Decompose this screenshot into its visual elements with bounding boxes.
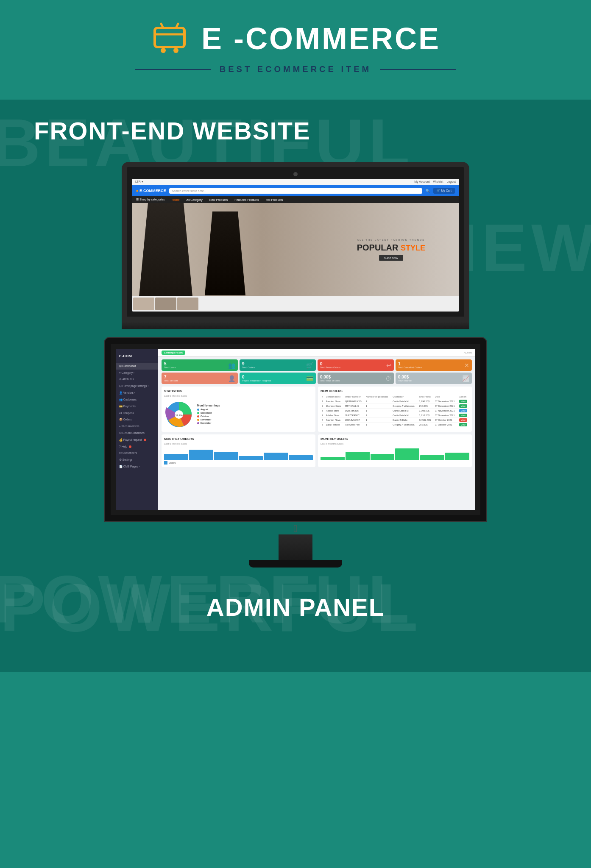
statistics-subtitle: Last 6 Months Sales [164, 395, 313, 397]
users-icon: 👥 [228, 362, 235, 369]
svg-text:31.4%: 31.4% [175, 414, 183, 417]
apple-logo-icon:  [105, 523, 486, 534]
vendor-icon: 👤 [228, 375, 235, 382]
hero-text-area: ALL THE LATEST FASHION TRENDS POPULAR ST… [357, 239, 425, 261]
col-num: # [321, 395, 325, 399]
admin-layout: E-COM ⊞ Dashboard ≡ Category › ⊕ Attribu… [116, 349, 475, 510]
bottom-panels: STATISTICS Last 6 Months Sales [162, 387, 472, 432]
view-btn-4[interactable]: View [459, 414, 467, 417]
view-btn-3[interactable]: View [459, 409, 467, 412]
menu-attributes[interactable]: ⊕ Attributes [116, 376, 158, 383]
menu-return-conditions[interactable]: ⚙ Return Conditions [116, 430, 158, 437]
table-row: 3 Adidas Store DWT33K8Z6 1 Curtis Estela… [321, 409, 469, 413]
site-header: ■ E-COMMERCE Search entire store here...… [132, 185, 459, 196]
statistics-panel: STATISTICS Last 6 Months Sales [162, 387, 315, 432]
hero-main-text: POPULAR STYLE [357, 243, 425, 253]
stat-cancelled: 1 Total Cancelled Orders ✕ [396, 359, 472, 371]
logo-area: E -COMMERCE [151, 21, 440, 56]
ubar-4 [395, 448, 419, 460]
menu-help[interactable]: ? Help [116, 443, 158, 450]
legend-november: November [197, 418, 220, 421]
menu-payout[interactable]: 💰 Payout request [116, 437, 158, 443]
admin-content: 5 Total Users 👥 9 Total Orders [158, 357, 475, 470]
view-btn-2[interactable]: View [459, 404, 467, 408]
subtitle-line-left [135, 69, 211, 70]
brand-title: E -COMMERCE [201, 21, 440, 56]
menu-subscribers[interactable]: ✉ Subscribers [116, 450, 158, 456]
stat-total-users: 5 Total Users 👥 [162, 359, 238, 371]
nav-new: New Products [209, 198, 228, 201]
cart-button: 🛒 My Cart [433, 188, 455, 194]
admin-brand: E-COM [116, 351, 158, 361]
ubar-5 [420, 455, 444, 460]
menu-homepage[interactable]: ⊡ Home page settings › [116, 383, 158, 389]
legend-september: September [197, 412, 220, 414]
view-btn-1[interactable]: View [459, 400, 467, 403]
legend-items: August September [197, 408, 220, 424]
menu-settings[interactable]: ⚙ Settings [116, 456, 158, 463]
monthly-orders-subtitle: Last 6 Months Sales [164, 442, 313, 445]
bar-4 [239, 456, 263, 460]
new-orders-title: NEW ORDERS [321, 389, 469, 393]
orders-legend-label: Orders [169, 462, 176, 464]
nav-categories: ☰ Shop by categories [136, 198, 165, 201]
thumbnail-row [132, 296, 459, 312]
return-icon: ↩ [386, 362, 391, 369]
header-section: E -COMMERCE BEST ECOMMERCE ITEM [0, 0, 591, 100]
monitor-stand-base [249, 560, 342, 568]
menu-category[interactable]: ≡ Category › [116, 370, 158, 376]
wishlist-link: Wishlist [433, 180, 443, 184]
monthly-orders-panel: MONTHLY ORDERS Last 6 Months Sales [162, 434, 315, 467]
monthly-orders-title: MONTHLY ORDERS [164, 437, 313, 441]
admin-section: POWERFUL E-COM ⊞ Dashboard ≡ Category › … [0, 329, 591, 672]
menu-return-orders[interactable]: ↩ Return orders [116, 423, 158, 430]
admin-topbar: Earnings: 0.00$ ADMIN [158, 349, 475, 357]
menu-customers[interactable]: 👥 Customers [116, 396, 158, 403]
stat-balance: 0.00$ Your balance 📈 [396, 373, 472, 384]
ubar-1 [321, 457, 345, 460]
ubar-6 [445, 453, 469, 460]
stat-return-orders: 0 Total Return Orders ↩ [318, 359, 394, 371]
subtitle-line-right [380, 69, 456, 70]
site-topbar: LTR ▾ My Account Wishlist Logout [132, 179, 459, 185]
nav-all: All Category [187, 198, 203, 201]
hero-small-text: ALL THE LATEST FASHION TRENDS [357, 239, 425, 241]
table-row: 6 Zara Fashion X5PM08TP80 1 Gregory A Vi… [321, 423, 469, 427]
menu-payments[interactable]: 💳 Payments [116, 403, 158, 410]
monthly-users-panel: MONTHLY USERS Last 6 Months Sales [318, 434, 472, 467]
laptop-base [122, 322, 469, 329]
stats-row-2: 7 Total Vendors 👤 0 Payout Request in Pr… [162, 373, 472, 384]
orders-table: # Vendor name Order number Number of pro… [321, 395, 469, 427]
menu-coupons[interactable]: 🏷 Coupons [116, 410, 158, 416]
orders-legend-dot [164, 461, 167, 465]
monitor-mockup: E-COM ⊞ Dashboard ≡ Category › ⊕ Attribu… [34, 338, 557, 568]
menu-orders[interactable]: 📦 Orders [116, 416, 158, 423]
view-btn-6[interactable]: View [459, 423, 467, 426]
thumb-3 [177, 298, 198, 310]
laptop: LTR ▾ My Account Wishlist Logout ■ E-COM… [122, 162, 469, 329]
col-action: Action [458, 395, 469, 399]
menu-cms[interactable]: 📄 CMS Pages › [116, 463, 158, 470]
menu-vendors[interactable]: 👤 Vendors › [116, 389, 158, 396]
legend-august: August [197, 408, 220, 411]
col-date: Date [434, 395, 458, 399]
stat-payout: 0 Payout Request in Progress 💳 [240, 373, 316, 384]
col-order-num: Order number [344, 395, 365, 399]
laptop-display: LTR ▾ My Account Wishlist Logout ■ E-COM… [132, 179, 459, 312]
view-btn-5[interactable]: View [459, 418, 467, 422]
bottom-charts: MONTHLY ORDERS Last 6 Months Sales [162, 434, 472, 467]
balance-icon: 📈 [462, 375, 469, 382]
laptop-mockup: LTR ▾ My Account Wishlist Logout ■ E-COM… [34, 162, 557, 329]
sales-icon: ⏱ [385, 375, 391, 382]
pie-chart-container: 31.4% Monthly earnings August [164, 400, 313, 429]
orders-body: 1 Fashion Nova QR3E6XELK5B 1 Curtis Este… [321, 399, 469, 427]
site-logo: ■ E-COMMERCE [136, 189, 166, 193]
laptop-screen: LTR ▾ My Account Wishlist Logout ■ E-COM… [122, 162, 469, 322]
menu-dashboard[interactable]: ⊞ Dashboard [116, 363, 158, 370]
col-total: Order total [418, 395, 434, 399]
admin-sidebar: E-COM ⊞ Dashboard ≡ Category › ⊕ Attribu… [116, 349, 158, 510]
col-products: Number of products [365, 395, 392, 399]
admin-main: Earnings: 0.00$ ADMIN 5 Total Users [158, 349, 475, 510]
shop-now-button[interactable]: SHOP NOW [379, 255, 403, 261]
cancel-icon: ✕ [464, 362, 469, 369]
